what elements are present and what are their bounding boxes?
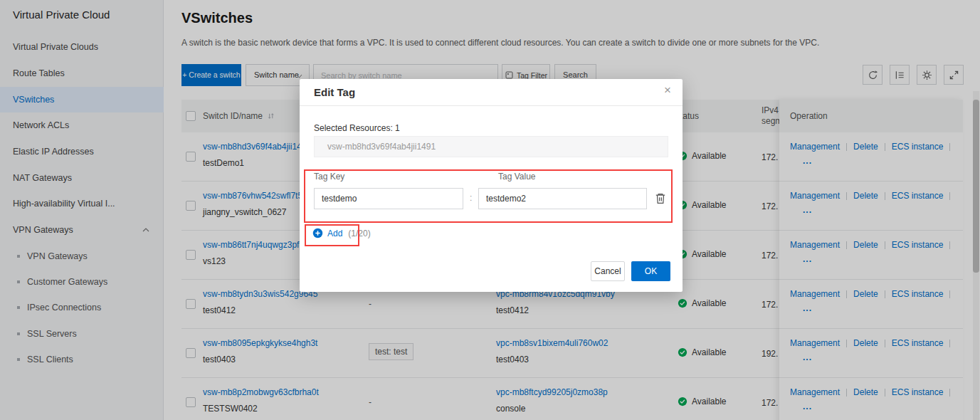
divider (300, 105, 683, 106)
plus-circle-icon (312, 228, 323, 238)
colon-separator: : (470, 193, 472, 203)
add-label: Add (327, 229, 342, 238)
selected-resources-label: Selected Resources: 1 (314, 123, 400, 133)
add-tag-button[interactable]: Add (1/20) (312, 228, 371, 238)
ok-button[interactable]: OK (631, 261, 670, 281)
cancel-button[interactable]: Cancel (591, 261, 625, 281)
trash-icon (654, 191, 668, 206)
edit-tag-modal: Edit Tag × Selected Resources: 1 vsw-mb8… (300, 79, 683, 292)
modal-title: Edit Tag (314, 86, 355, 98)
add-count: (1/20) (348, 229, 370, 238)
selected-resource-value: vsw-mb8hd3v69f4ab4jii1491 (314, 136, 668, 157)
close-icon[interactable]: × (664, 84, 671, 96)
delete-tag-button[interactable] (654, 191, 668, 206)
tag-key-input[interactable] (314, 188, 463, 209)
tag-value-label: Tag Value (498, 172, 535, 182)
vpc-console-app: Virtual Private Cloud Virtual Private Cl… (0, 0, 980, 420)
tag-key-label: Tag Key (314, 172, 344, 182)
tag-value-input[interactable] (478, 188, 647, 209)
